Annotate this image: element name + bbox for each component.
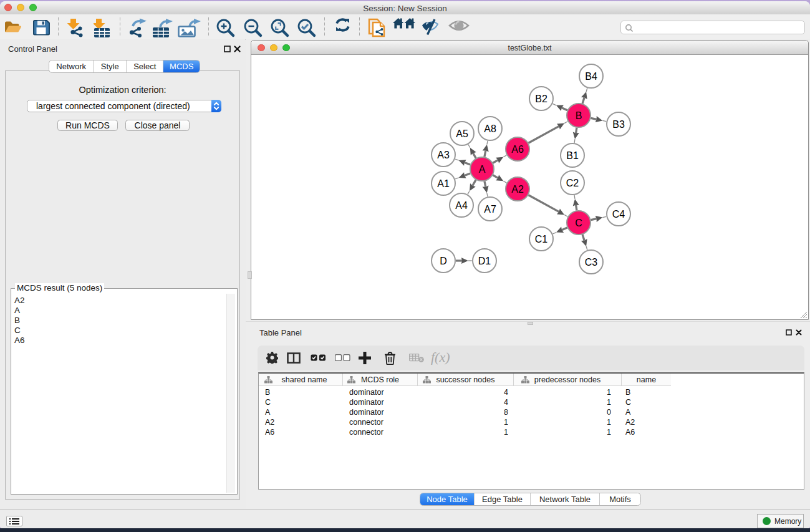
svg-text:A7: A7	[484, 204, 496, 215]
svg-text:C2: C2	[566, 178, 579, 188]
svg-text:C: C	[575, 218, 582, 228]
svg-text:A6: A6	[511, 144, 524, 155]
svg-text:B: B	[576, 110, 582, 121]
svg-text:A3: A3	[437, 150, 450, 160]
svg-text:C3: C3	[585, 257, 598, 268]
svg-text:A: A	[479, 164, 486, 175]
svg-text:D1: D1	[478, 256, 491, 266]
svg-text:A4: A4	[455, 200, 468, 211]
svg-text:A1: A1	[437, 178, 450, 189]
svg-text:B1: B1	[566, 150, 579, 161]
svg-text:B3: B3	[612, 119, 625, 130]
svg-text:D: D	[440, 256, 447, 266]
svg-text:B2: B2	[535, 94, 547, 104]
svg-text:C4: C4	[612, 209, 625, 220]
svg-text:C1: C1	[535, 234, 548, 244]
svg-text:A8: A8	[484, 123, 496, 134]
svg-text:A5: A5	[456, 128, 468, 139]
svg-text:A2: A2	[511, 184, 524, 195]
svg-text:B4: B4	[585, 71, 597, 82]
